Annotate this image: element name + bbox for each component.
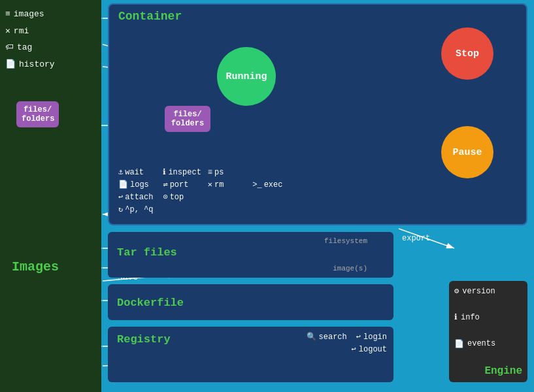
- container-box: Container Running Stop Pause files/ fold…: [108, 3, 527, 225]
- container-title: Container: [118, 10, 182, 23]
- login-icon: ↩: [356, 332, 361, 342]
- menu-rmi-label: rmi: [14, 26, 29, 36]
- doc-icon: 📄: [5, 59, 16, 69]
- dockerfile-box: Dockerfile: [108, 284, 393, 320]
- registry-box: Registry 🔍 search ↩ login ↩ logout: [108, 327, 393, 382]
- engine-title: Engine: [454, 365, 522, 377]
- host-files-box: files/folders: [16, 101, 59, 127]
- menu-tag-label: tag: [17, 42, 32, 52]
- top-icon: ⊙: [163, 192, 167, 202]
- left-panel: ≡ images ✕ rmi 🏷 tag 📄 history Images: [0, 0, 101, 392]
- engine-box: ⚙ version ℹ info 📄 events Engine: [449, 281, 527, 382]
- gear-icon: ⚙: [454, 286, 459, 296]
- info-icon2: ℹ: [454, 312, 458, 322]
- engine-events: 📄 events: [454, 339, 522, 349]
- exec-icon: >_: [252, 180, 261, 189]
- images-title: Images: [12, 259, 59, 274]
- cmd-search: 🔍 search ↩ login: [307, 332, 387, 342]
- cmd-logs: 📄 logs: [118, 180, 156, 189]
- ctrl-icon: ↻: [118, 204, 123, 214]
- engine-version: ⚙ version: [454, 286, 522, 296]
- rm-icon: ✕: [208, 180, 212, 189]
- tag-icon: 🏷: [5, 42, 14, 52]
- menu-history-label: history: [19, 59, 55, 69]
- menu-images[interactable]: ≡ images: [5, 9, 96, 19]
- cmd-rm: ✕ rm: [208, 180, 246, 189]
- menu-tag[interactable]: 🏷 tag: [5, 42, 96, 52]
- cmd-top: ⊙ top: [163, 192, 201, 202]
- cmd-port: ⇌ port: [163, 180, 201, 189]
- cmd-ps: ≡ ps: [208, 167, 246, 177]
- tar-filesystem: filesystem: [324, 237, 367, 245]
- dockerfile-title: Dockerfile: [117, 296, 184, 308]
- svg-text:export: export: [402, 234, 430, 243]
- cmd-inspect: ℹ inspect: [163, 167, 201, 177]
- engine-info: ℹ info: [454, 312, 522, 322]
- menu-history[interactable]: 📄 history: [5, 59, 96, 69]
- menu-rmi[interactable]: ✕ rmi: [5, 25, 96, 36]
- tar-files-title: Tar files: [117, 246, 177, 259]
- cmd-attach: ↩ attach: [118, 192, 156, 202]
- logs-icon: 📄: [118, 180, 128, 189]
- registry-commands: 🔍 search ↩ login ↩ logout: [307, 332, 387, 354]
- registry-title: Registry: [117, 333, 171, 346]
- host-container: files/folders Host: [16, 101, 39, 114]
- cmd-wait: ⚓ wait: [118, 167, 156, 177]
- diagram: ≡ images ✕ rmi 🏷 tag 📄 history Images: [0, 0, 534, 392]
- port-icon: ⇌: [163, 180, 167, 189]
- tar-images: image(s): [333, 265, 367, 272]
- container-commands: ⚓ wait ℹ inspect ≡ ps 📄 logs ⇌: [118, 167, 291, 214]
- list-icon: ≡: [5, 9, 10, 19]
- events-icon: 📄: [454, 339, 464, 349]
- anchor-icon: ⚓: [118, 167, 123, 177]
- main-area: commit create run diff kill, stop start …: [101, 0, 534, 392]
- tar-files-box: Tar files filesystem image(s): [108, 232, 393, 278]
- cmd-ctrl: ↻ ^p, ^q: [118, 204, 156, 214]
- pause-state: Pause: [441, 126, 493, 178]
- info-icon: ℹ: [163, 167, 166, 177]
- attach-icon: ↩: [118, 192, 123, 202]
- running-state: Running: [217, 47, 276, 106]
- menu-images-label: images: [14, 9, 44, 19]
- svg-line-21: [399, 229, 454, 248]
- container-files-box: files/ folders: [165, 106, 210, 132]
- cmd-logout: ↩ logout: [307, 344, 387, 354]
- search-icon: 🔍: [307, 332, 316, 342]
- logout-icon: ↩: [352, 344, 356, 354]
- x-icon: ✕: [5, 25, 10, 36]
- stop-state: Stop: [441, 27, 493, 80]
- cmd-exec: >_ exec: [252, 180, 290, 189]
- ps-icon: ≡: [208, 168, 212, 177]
